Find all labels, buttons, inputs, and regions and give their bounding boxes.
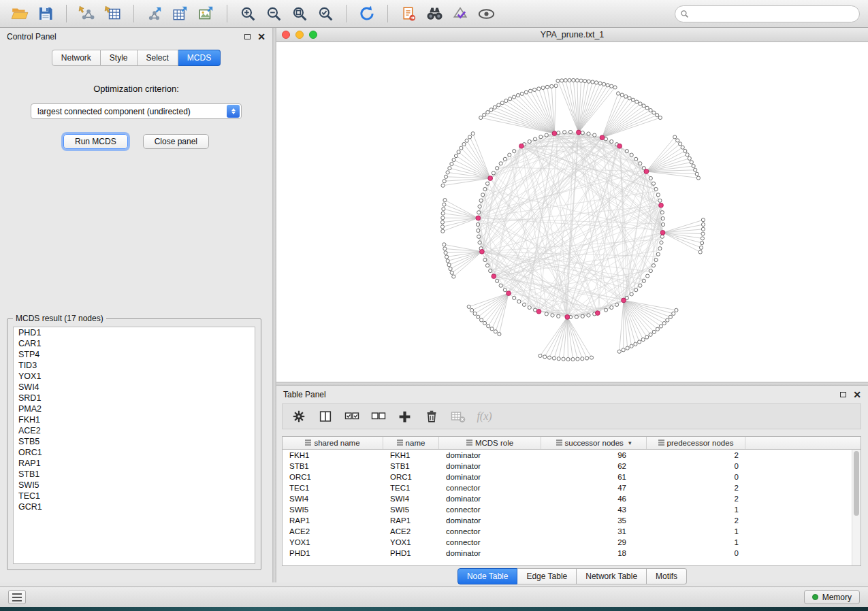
import-table-button[interactable] — [101, 3, 125, 24]
tab-mcds[interactable]: MCDS — [178, 50, 221, 66]
table-panel-title: Table Panel — [283, 390, 326, 399]
unselect-all-button[interactable] — [369, 407, 387, 426]
table-row[interactable]: STB1STB1dominator620 — [283, 461, 861, 472]
table-row[interactable]: PHD1PHD1dominator180 — [283, 548, 861, 559]
control-panel-title: Control Panel — [7, 32, 57, 42]
control-tabs: NetworkStyleSelectMCDS — [0, 50, 272, 66]
select-all-icon — [344, 408, 360, 425]
zoom-in-button[interactable] — [236, 3, 259, 24]
column-type-icon — [305, 439, 311, 447]
find-button[interactable] — [423, 3, 446, 24]
delete-column-button[interactable] — [422, 407, 440, 426]
zoom-fit-button[interactable] — [288, 3, 311, 24]
close-panel-icon[interactable]: ✕ — [853, 391, 861, 398]
clone-document-icon — [400, 5, 417, 22]
import-network-icon — [78, 5, 96, 22]
mcds-result-item[interactable]: ACE2 — [14, 425, 255, 436]
task-history-button[interactable] — [8, 590, 26, 604]
mcds-result-item[interactable]: TID3 — [14, 360, 255, 371]
desktop-wallpaper — [0, 607, 868, 611]
table-tabs: Node TableEdge TableNetwork TableMotifs — [276, 568, 868, 584]
export-image-button[interactable] — [195, 3, 218, 24]
mcds-result-item[interactable]: STB5 — [14, 436, 255, 447]
mcds-result-item[interactable]: ORC1 — [14, 447, 255, 458]
float-panel-icon[interactable] — [244, 34, 251, 39]
mcds-result-item[interactable]: GCR1 — [14, 501, 255, 512]
network-view[interactable] — [276, 42, 868, 382]
tab-node-table[interactable]: Node Table — [457, 568, 518, 584]
mcds-result-item[interactable]: YOX1 — [14, 371, 255, 382]
tab-network[interactable]: Network — [52, 50, 101, 66]
zoom-out-button[interactable] — [262, 3, 285, 24]
show-hide-button[interactable] — [475, 3, 498, 24]
column-header-successor-nodes[interactable]: successor nodes▾ — [541, 437, 647, 449]
memory-label: Memory — [822, 593, 852, 602]
table-row[interactable]: ORC1ORC1dominator610 — [283, 472, 861, 482]
delete-table-button[interactable] — [449, 407, 467, 426]
criterion-dropdown[interactable]: largest connected component (undirected) — [31, 103, 242, 119]
mcds-result-item[interactable]: PMA2 — [14, 403, 255, 414]
export-table-button[interactable] — [169, 3, 192, 24]
mcds-result-item[interactable]: CAR1 — [14, 338, 255, 349]
table-row[interactable]: ACE2ACE2connector311 — [283, 526, 861, 537]
table-row[interactable]: SWI5SWI5connector431 — [283, 504, 861, 515]
tab-select[interactable]: Select — [138, 50, 178, 66]
table-settings-button[interactable] — [289, 407, 308, 426]
mcds-result-item[interactable]: SWI4 — [14, 382, 255, 393]
function-builder-button[interactable]: f(x) — [475, 407, 494, 426]
column-header-shared-name[interactable]: shared name — [283, 437, 383, 449]
mcds-result-item[interactable]: FKH1 — [14, 414, 255, 425]
column-header-name[interactable]: name — [383, 437, 439, 449]
table-row[interactable]: YOX1YOX1connector291 — [283, 537, 861, 548]
float-panel-icon[interactable] — [840, 392, 846, 397]
table-cell: PHD1 — [283, 549, 383, 557]
toolbar-separator — [227, 5, 227, 22]
graphics-details-button[interactable] — [449, 3, 472, 24]
close-panel-button[interactable]: Close panel — [143, 134, 209, 149]
tab-edge-table[interactable]: Edge Table — [517, 568, 577, 584]
table-row[interactable]: RAP1RAP1dominator352 — [283, 515, 861, 526]
table-row[interactable]: FKH1FKH1dominator962 — [283, 450, 861, 461]
column-type-icon — [556, 439, 562, 447]
export-table-icon — [172, 5, 189, 22]
select-all-button[interactable] — [342, 407, 361, 426]
table-cell: ACE2 — [283, 527, 383, 535]
network-canvas-svg[interactable] — [276, 42, 868, 382]
zoom-selected-button[interactable] — [314, 3, 337, 24]
export-network-button[interactable] — [143, 3, 166, 24]
sort-indicator-icon[interactable]: ▾ — [628, 440, 632, 446]
close-panel-icon[interactable]: ✕ — [257, 33, 266, 40]
table-scrollbar[interactable] — [852, 450, 861, 565]
refresh-layout-button[interactable] — [355, 3, 379, 24]
table-cell: YOX1 — [383, 538, 439, 546]
create-column-button[interactable] — [396, 407, 414, 426]
mcds-result-item[interactable]: STP4 — [14, 349, 255, 360]
table-row[interactable]: SWI4SWI4dominator462 — [283, 493, 861, 504]
mcds-result-item[interactable]: SWI5 — [14, 480, 255, 491]
mcds-result-item[interactable]: PHD1 — [14, 327, 255, 338]
mcds-result-item[interactable]: STB1 — [14, 469, 255, 480]
mcds-result-item[interactable]: SRD1 — [14, 393, 255, 403]
search-input[interactable] — [675, 5, 860, 22]
scrollbar-thumb[interactable] — [854, 451, 859, 516]
column-header-predecessor-nodes[interactable]: predecessor nodes — [647, 437, 745, 449]
clone-network-button[interactable] — [397, 3, 420, 24]
import-network-button[interactable] — [76, 3, 99, 24]
tab-network-table[interactable]: Network Table — [577, 568, 647, 584]
mcds-result-item[interactable]: TEC1 — [14, 491, 255, 501]
memory-button[interactable]: Memory — [804, 590, 860, 604]
mcds-result-item[interactable]: RAP1 — [14, 458, 255, 469]
control-panel-header: Control Panel ✕ — [0, 28, 272, 46]
network-window-titlebar[interactable]: YPA_prune.txt_1 — [276, 28, 868, 42]
open-button[interactable] — [8, 3, 31, 24]
binoculars-icon — [425, 5, 444, 23]
save-button[interactable] — [34, 3, 57, 24]
show-columns-button[interactable] — [316, 407, 334, 426]
column-header-filler — [745, 437, 861, 449]
search-icon — [680, 10, 689, 18]
tab-motifs[interactable]: Motifs — [647, 568, 687, 584]
tab-style[interactable]: Style — [101, 50, 138, 66]
run-mcds-button[interactable]: Run MCDS — [63, 134, 128, 149]
table-row[interactable]: TEC1TEC1connector472 — [283, 482, 861, 493]
column-header-MCDS-role[interactable]: MCDS role — [439, 437, 541, 449]
